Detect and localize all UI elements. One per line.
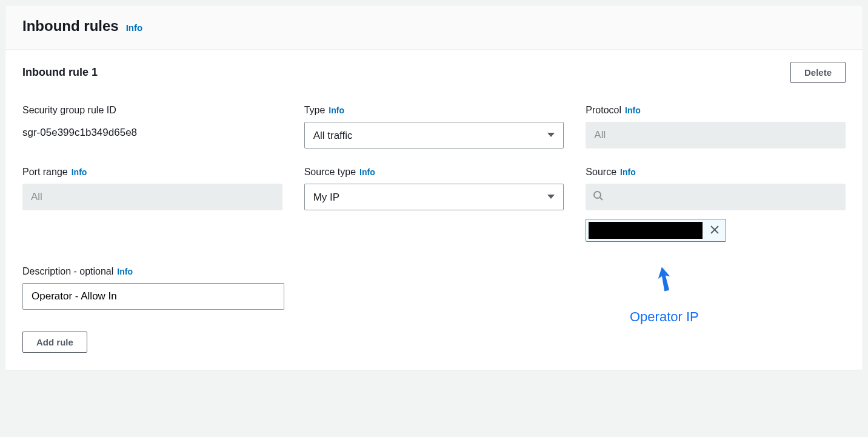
port-range-value: All xyxy=(22,184,282,210)
annotation-label: Operator IP xyxy=(630,309,699,325)
protocol-group: Protocol Info All xyxy=(586,105,846,148)
close-icon xyxy=(710,225,719,235)
source-type-select-wrapper: My IP xyxy=(304,184,564,210)
type-select[interactable]: All traffic xyxy=(304,122,564,148)
source-type-info-link[interactable]: Info xyxy=(359,167,375,177)
rule-fields-row-1: Security group rule ID sgr-05e399c1b349d… xyxy=(22,105,846,242)
rule-title: Inbound rule 1 xyxy=(22,66,98,79)
description-group: Description - optional Info xyxy=(22,266,284,310)
source-type-label: Source type xyxy=(304,167,356,178)
svg-line-1 xyxy=(600,198,603,200)
footer-actions: Add rule xyxy=(22,332,846,353)
type-label: Type xyxy=(304,105,326,116)
rule-fields-row-2: Description - optional Info xyxy=(22,266,846,310)
source-search-input[interactable] xyxy=(586,184,846,210)
source-info-link[interactable]: Info xyxy=(620,167,636,177)
panel-header: Inbound rules Info xyxy=(5,5,863,50)
rule-header-row: Inbound rule 1 Delete xyxy=(22,62,846,83)
security-group-rule-id-value: sgr-05e399c1b349d65e8 xyxy=(22,122,282,139)
type-info-link[interactable]: Info xyxy=(329,105,344,115)
inbound-rules-info-link[interactable]: Info xyxy=(126,22,143,33)
svg-point-0 xyxy=(594,192,601,198)
inbound-rules-panel: Inbound rules Info Inbound rule 1 Delete… xyxy=(5,5,863,370)
search-icon xyxy=(593,190,604,204)
description-input[interactable] xyxy=(22,283,284,310)
description-info-link[interactable]: Info xyxy=(117,267,133,276)
source-ip-token xyxy=(586,219,726,242)
delete-button[interactable]: Delete xyxy=(790,62,846,83)
port-range-label: Port range xyxy=(22,167,68,178)
description-label: Description - optional xyxy=(22,266,113,277)
type-select-wrapper: All traffic xyxy=(304,122,564,148)
protocol-value: All xyxy=(586,122,846,148)
source-type-select[interactable]: My IP xyxy=(304,184,564,210)
panel-title: Inbound rules xyxy=(22,18,119,35)
port-range-group: Port range Info All xyxy=(22,167,282,242)
panel-body: Inbound rule 1 Delete Security group rul… xyxy=(5,50,863,370)
source-ip-redacted xyxy=(589,222,703,239)
type-group: Type Info All traffic xyxy=(304,105,564,148)
source-label: Source xyxy=(586,167,616,178)
security-group-rule-id-label: Security group rule ID xyxy=(22,105,282,116)
source-type-group: Source type Info My IP xyxy=(304,167,564,242)
add-rule-button[interactable]: Add rule xyxy=(22,332,87,353)
security-group-rule-id-group: Security group rule ID sgr-05e399c1b349d… xyxy=(22,105,282,148)
port-range-info-link[interactable]: Info xyxy=(72,167,87,177)
source-search-wrapper xyxy=(586,184,846,210)
protocol-info-link[interactable]: Info xyxy=(625,105,641,115)
source-group: Source Info xyxy=(586,167,846,242)
protocol-label: Protocol xyxy=(586,105,621,116)
remove-source-ip-button[interactable] xyxy=(707,224,722,236)
